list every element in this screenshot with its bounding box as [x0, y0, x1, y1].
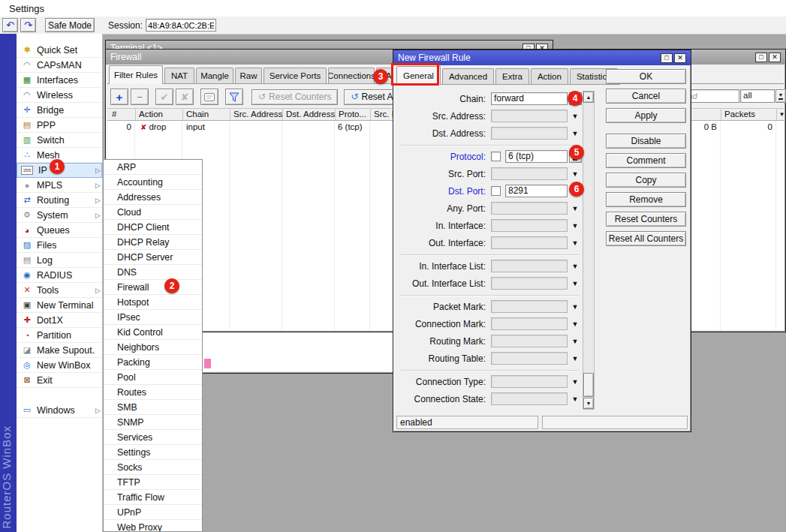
submenu-item-dhcp-relay[interactable]: DHCP Relay [104, 235, 202, 250]
dropdown-arrow-icon[interactable]: ▼ [572, 320, 579, 328]
submenu-item-dns[interactable]: DNS [104, 265, 202, 280]
sidebar-item-capsman[interactable]: ◠ CAPsMAN ▷ [17, 58, 102, 73]
disable-button[interactable]: ✘ [176, 89, 194, 105]
maximize-icon[interactable]: □ [755, 53, 767, 62]
dropdown-arrow-icon[interactable]: ▼ [572, 222, 579, 230]
field-input[interactable]: 8291 [505, 185, 568, 197]
add-rule-button[interactable]: + [110, 89, 128, 105]
sidebar-item-queues[interactable]: ◕ Queues ▷ [17, 223, 102, 238]
firewall-tab-filter-rules[interactable]: Filter Rules [109, 65, 163, 84]
sidebar-item-log[interactable]: ▤ Log ▷ [17, 253, 102, 268]
remove-rule-button[interactable]: − [131, 89, 149, 105]
col-src-address[interactable]: Src. Address [230, 109, 283, 120]
submenu-item-routes[interactable]: Routes [104, 385, 202, 400]
submenu-item-cloud[interactable]: Cloud [104, 205, 202, 220]
submenu-item-tftp[interactable]: TFTP [104, 475, 202, 490]
redo-button[interactable]: ↷ [20, 18, 36, 32]
submenu-item-ipsec[interactable]: IPsec [104, 310, 202, 325]
field-checkbox[interactable] [491, 186, 501, 196]
scroll-down-button[interactable]: ▼ [583, 398, 594, 409]
field-input[interactable] [491, 392, 568, 405]
field-input[interactable] [491, 300, 568, 313]
submenu-item-addresses[interactable]: Addresses [104, 190, 202, 205]
dropdown-arrow-icon[interactable]: ▼ [572, 395, 579, 403]
dialog-button-ok[interactable]: OK [606, 69, 686, 84]
dialog-button-apply[interactable]: Apply [606, 108, 686, 123]
field-input[interactable] [491, 260, 568, 272]
firewall-tab-raw[interactable]: Raw [235, 68, 262, 83]
col-action[interactable]: Action [136, 109, 183, 120]
field-input[interactable] [491, 375, 568, 388]
filter-dropdown-button[interactable]: ▼ [775, 89, 786, 103]
sidebar-item-new-winbox[interactable]: ◎ New WinBox ▷ [17, 358, 102, 373]
scroll-up-button[interactable]: ▲ [583, 92, 594, 103]
field-input[interactable] [491, 202, 568, 215]
field-input[interactable] [491, 127, 568, 140]
firewall-tab-service-ports[interactable]: Service Ports [264, 68, 327, 83]
dialog-button-cancel[interactable]: Cancel [606, 89, 686, 104]
submenu-item-upnp[interactable]: UPnP [104, 505, 202, 520]
field-input[interactable]: 6 (tcp) [505, 150, 568, 163]
submenu-item-firewall[interactable]: Firewall [104, 280, 202, 295]
dropdown-arrow-icon[interactable]: ▼ [572, 205, 579, 212]
firewall-tab-connections[interactable]: Connections [328, 68, 375, 83]
col-dst-address[interactable]: Dst. Address [283, 109, 336, 120]
field-input[interactable] [491, 352, 568, 365]
firewall-tab-mangle[interactable]: Mangle [196, 68, 233, 83]
sidebar-item-switch[interactable]: ▥ Switch ▷ [17, 133, 102, 148]
column-chooser-button[interactable]: ▼ [777, 109, 786, 120]
enable-button[interactable]: ✔ [155, 89, 173, 105]
sidebar-item-wireless[interactable]: ◠ Wireless ▷ [17, 88, 102, 103]
sidebar-item-partition[interactable]: ◔ Partition ▷ [17, 328, 102, 343]
dropdown-arrow-icon[interactable]: ▼ [572, 378, 579, 386]
sidebar-item-ppp[interactable]: ▤ PPP ▷ [17, 118, 102, 133]
scrollbar-thumb[interactable] [583, 373, 594, 397]
submenu-item-socks[interactable]: Socks [104, 460, 202, 475]
dialog-button-copy[interactable]: Copy [606, 173, 686, 188]
submenu-item-services[interactable]: Services [104, 430, 202, 445]
sidebar-item-exit[interactable]: ⊠ Exit ▷ [17, 373, 102, 388]
firewall-tab-nat[interactable]: NAT [164, 68, 194, 83]
session-input[interactable] [146, 19, 216, 32]
submenu-item-accounting[interactable]: Accounting [104, 175, 202, 190]
dropdown-arrow-icon[interactable]: ▼ [572, 239, 579, 247]
sidebar-item-quick-set[interactable]: ✱ Quick Set ▷ [17, 43, 102, 58]
dropdown-arrow-icon[interactable]: ▼ [572, 113, 579, 120]
sidebar-item-bridge[interactable]: ✛ Bridge ▷ [17, 103, 102, 118]
field-input[interactable] [491, 335, 568, 347]
sidebar-item-system[interactable]: ⚙ System ▷ [17, 208, 102, 223]
sidebar-item-new-terminal[interactable]: ▣ New Terminal ▷ [17, 298, 102, 313]
submenu-item-dhcp-client[interactable]: DHCP Client [104, 220, 202, 235]
filter-select[interactable]: all [740, 89, 775, 103]
submenu-item-neighbors[interactable]: Neighbors [104, 340, 202, 355]
field-checkbox[interactable] [491, 152, 501, 161]
close-icon[interactable]: ✕ [674, 53, 686, 63]
submenu-item-web-proxy[interactable]: Web Proxy [104, 520, 202, 532]
sidebar-item-windows[interactable]: ▭ Windows ▷ [17, 403, 102, 418]
submenu-item-hotspot[interactable]: Hotspot [104, 295, 202, 310]
field-input[interactable] [491, 236, 568, 249]
sidebar-item-dot1x[interactable]: ✚ Dot1X ▷ [17, 313, 102, 328]
dropdown-arrow-icon[interactable]: ▼ [572, 355, 579, 362]
submenu-item-snmp[interactable]: SNMP [104, 415, 202, 430]
sidebar-item-routing[interactable]: ⇄ Routing ▷ [17, 193, 102, 208]
dialog-button-reset-all-counters[interactable]: Reset All Counters [606, 231, 686, 246]
submenu-item-dhcp-server[interactable]: DHCP Server [104, 250, 202, 265]
submenu-item-smb[interactable]: SMB [104, 400, 202, 415]
dialog-tab-advanced[interactable]: Advanced [442, 68, 494, 84]
field-input[interactable] [491, 219, 568, 232]
dialog-button-remove[interactable]: Remove [606, 192, 686, 207]
field-input[interactable]: forward [491, 92, 568, 105]
form-scrollbar[interactable]: ▲ ▼ [583, 91, 595, 410]
sidebar-item-interfaces[interactable]: ▦ Interfaces ▷ [17, 73, 102, 88]
sidebar-item-tools[interactable]: ✕ Tools ▷ [17, 283, 102, 298]
submenu-item-pool[interactable]: Pool [104, 370, 202, 385]
dropdown-arrow-icon[interactable]: ▼ [572, 338, 579, 345]
dialog-button-disable[interactable]: Disable [606, 134, 686, 149]
col-packets[interactable]: Packets [721, 109, 777, 120]
reset-counters-button[interactable]: ↺ Reset Counters [251, 89, 338, 105]
comment-button[interactable] [200, 89, 218, 105]
col-protocol[interactable]: Proto... [336, 109, 371, 120]
col-num[interactable]: # [109, 109, 136, 120]
dropdown-arrow-icon[interactable]: ▼ [572, 170, 579, 178]
